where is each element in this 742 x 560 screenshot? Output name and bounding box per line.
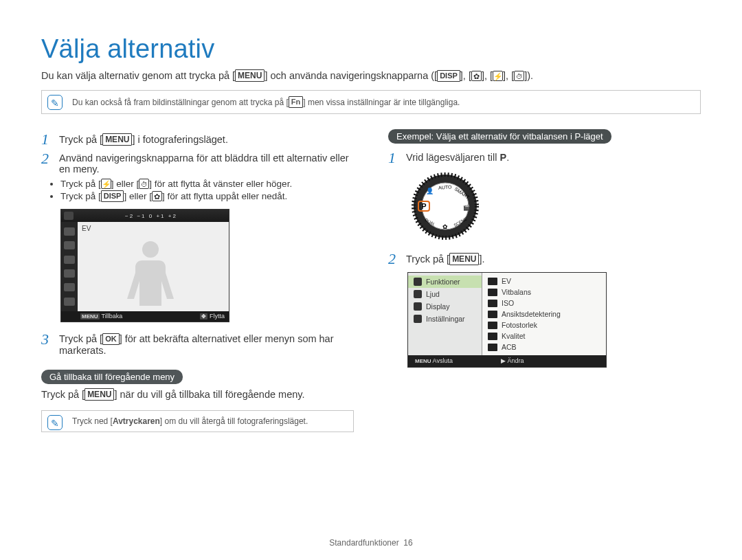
step-1: 1 Tryck på [MENU] i fotograferingsläget. (41, 132, 354, 147)
display-icon (414, 302, 422, 311)
speaker-icon (414, 290, 422, 298)
menu-key-icon: MENU (85, 388, 114, 401)
flash-icon (493, 71, 503, 81)
shutter-label: Avtryckaren (113, 416, 160, 426)
nav-key-icon: ✥ (200, 313, 207, 320)
arrow-right-icon: ▶ (501, 357, 506, 364)
macro-icon (152, 191, 162, 201)
step-2-bullets: Tryck på [] eller [] för att flytta åt v… (60, 179, 354, 202)
ev-compensation-icon (64, 212, 74, 220)
page-footer: Standardfunktioner 16 (0, 538, 742, 548)
step-number: 2 (388, 251, 401, 267)
menu-key-small-icon: MENU (415, 358, 431, 364)
lcd-back-label: Tillbaka (102, 313, 123, 320)
menu-key-icon: MENU (449, 253, 479, 265)
example-heading: Exempel: Välja ett alternativ för vitbal… (388, 129, 611, 144)
note-icon: ✎ (47, 415, 63, 430)
menu-left-pane: Funktioner Ljud Display Inställningar (408, 273, 482, 355)
svg-text:P: P (421, 202, 426, 210)
ok-key-icon: OK (102, 333, 120, 345)
step-number: 1 (41, 132, 54, 147)
menu-item-display: Display (408, 300, 482, 313)
mode-p-label: P (499, 152, 506, 163)
ev-label: EV (82, 225, 91, 232)
menu-option-acb: ACB (482, 341, 606, 352)
camera-lcd-preview: −2 −1 0 +1 +2 EV MENUTillbaka ✥Flytta (60, 209, 229, 322)
subsection-heading: Gå tillbaka till föregående meny (41, 370, 183, 384)
ev-scale: −2 −1 0 +1 +2 (76, 213, 226, 219)
step-3: 3 Tryck på [OK] för att bekräfta alterna… (41, 332, 354, 356)
right-column: Exempel: Välja ett alternativ för vitbal… (388, 129, 701, 447)
note-icon: ✎ (47, 95, 63, 110)
menu-option-photo-size: Fotostorlek (482, 320, 606, 331)
svg-text:🎬: 🎬 (463, 204, 470, 211)
page-title: Välja alternativ (41, 34, 701, 64)
subject-silhouette (109, 237, 192, 308)
left-column: 1 Tryck på [MENU] i fotograferingsläget.… (41, 129, 354, 447)
fn-key-icon: Fn (289, 96, 303, 108)
svg-text:✿: ✿ (442, 223, 448, 230)
right-step-1: 1 Vrid lägesväljaren till P. (388, 150, 701, 166)
intro-paragraph: Du kan välja alternativ genom att trycka… (41, 69, 701, 82)
timer-icon (139, 179, 149, 189)
menu-option-face-detection: Ansiktsdetektering (482, 309, 606, 320)
right-step-2: 2 Tryck på [MENU]. (388, 251, 701, 267)
svg-text:👤: 👤 (426, 187, 434, 195)
note-box: ✎ Tryck ned [Avtryckaren] om du vill åte… (41, 410, 354, 432)
timer-icon (514, 71, 524, 81)
disp-key-icon: DISP (437, 70, 460, 82)
menu-exit-label: Avsluta (433, 357, 453, 364)
lcd-side-icons (61, 222, 78, 311)
flash-icon (101, 179, 111, 189)
camera-icon (414, 278, 422, 286)
step-number: 1 (388, 150, 401, 166)
disp-key-icon: DISP (101, 190, 124, 202)
menu-option-ev: EV (482, 276, 606, 287)
menu-change-label: Ändra (507, 357, 524, 364)
step-number: 3 (41, 332, 54, 356)
menu-key-icon: MENU (102, 133, 132, 146)
menu-right-pane: EV Vitbalans ISO Ansiktsdetektering Foto… (482, 273, 606, 355)
menu-item-sound: Ljud (408, 288, 482, 300)
mode-dial: AUTO SMART 🎬 SCENE ✿ DUAL P 👤 (407, 172, 701, 242)
menu-option-quality: Kvalitet (482, 331, 606, 341)
menu-option-iso: ISO (482, 298, 606, 309)
note-box: ✎ Du kan också få fram bildinställningar… (41, 90, 701, 114)
menu-key-icon: MENU (235, 69, 265, 82)
camera-menu-preview: Funktioner Ljud Display Inställningar EV… (407, 272, 607, 368)
macro-icon (471, 71, 482, 81)
menu-option-whitebalance: Vitbalans (482, 287, 606, 298)
menu-key-small-icon: MENU (80, 313, 100, 320)
menu-item-settings: Inställningar (408, 313, 482, 325)
gear-icon (414, 315, 422, 323)
step-2: 2 Använd navigeringsknapparna för att bl… (41, 151, 354, 175)
menu-item-functions: Funktioner (408, 276, 482, 288)
lcd-move-label: Flytta (210, 313, 225, 320)
back-instruction: Tryck på [MENU] när du vill gå tillbaka … (41, 388, 354, 401)
step-number: 2 (41, 151, 54, 175)
